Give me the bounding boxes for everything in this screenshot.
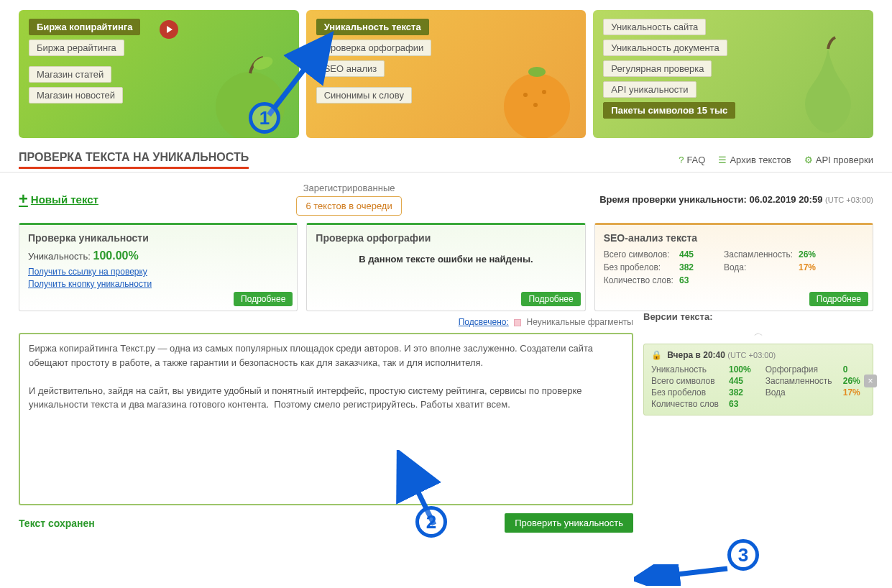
archive-icon: ☰	[718, 155, 727, 165]
more-button[interactable]: Подробнее	[521, 292, 580, 306]
more-button[interactable]: Подробнее	[809, 292, 868, 306]
banner-chip[interactable]: Проверка орфографии	[316, 40, 432, 56]
spellcheck-card: Проверка орфографии В данном тексте ошиб…	[306, 223, 585, 311]
queue-info: Зарегистрированные 6 текстов в очереди	[296, 183, 401, 216]
svg-point-4	[542, 90, 546, 94]
orange-icon	[494, 56, 580, 138]
svg-point-1	[252, 55, 275, 73]
banner-chip[interactable]: Регулярная проверка	[603, 60, 712, 77]
text-editor[interactable]	[19, 333, 633, 505]
faq-link[interactable]: ?FAQ	[679, 155, 705, 165]
saved-label: Текст сохранен	[19, 518, 95, 529]
banner-chip[interactable]: Уникальность документа	[603, 40, 727, 56]
result-cards: Проверка уникальности Уникальность: 100.…	[0, 223, 892, 311]
banner-row: Биржа копирайтинга Биржа рерайтинга Мага…	[0, 0, 892, 145]
get-unique-button-link[interactable]: Получить кнопку уникальности	[28, 279, 288, 289]
highlight-legend: Подсвечено: Неуникальные фрагменты	[19, 311, 633, 333]
subheader: ПРОВЕРКА ТЕКСТА НА УНИКАЛЬНОСТЬ ?FAQ ☰Ар…	[0, 145, 892, 173]
page-title: ПРОВЕРКА ТЕКСТА НА УНИКАЛЬНОСТЬ	[19, 151, 249, 169]
get-check-link[interactable]: Получить ссылку на проверку	[28, 267, 288, 277]
banner-right: Уникальность сайта Уникальность документ…	[593, 10, 873, 138]
close-icon[interactable]: ×	[864, 375, 877, 387]
banner-chip[interactable]: Магазин статей	[29, 66, 111, 83]
versions-title: Версии текста:	[643, 311, 873, 322]
banner-chip[interactable]: API уникальности	[603, 81, 696, 98]
svg-point-5	[533, 103, 538, 107]
banner-chip[interactable]: Уникальность сайта	[603, 19, 706, 35]
gear-icon: ⚙	[804, 155, 813, 165]
highlighted-link[interactable]: Подсвечено:	[459, 317, 509, 327]
more-button[interactable]: Подробнее	[234, 292, 293, 306]
lock-icon: 🔒	[651, 350, 662, 360]
uniqueness-card: Проверка уникальности Уникальность: 100.…	[19, 223, 298, 311]
editor-column: Подсвечено: Неуникальные фрагменты Текст…	[19, 311, 633, 533]
api-link[interactable]: ⚙API проверки	[804, 155, 873, 165]
card-title: Проверка уникальности	[28, 232, 288, 244]
seo-card: SEO-анализ текста Всего символов:445 Без…	[594, 223, 873, 311]
card-title: Проверка орфографии	[316, 232, 576, 244]
card-title: SEO-анализ текста	[604, 232, 864, 244]
check-time: Время проверки уникальности: 06.02.2019 …	[599, 194, 873, 205]
help-icon: ?	[679, 155, 684, 165]
plus-icon: +	[19, 191, 28, 207]
version-card[interactable]: 🔒 Вчера в 20:40 (UTC +03:00) Уникальност…	[643, 344, 873, 415]
svg-point-6	[528, 67, 546, 77]
banner-chip[interactable]: Биржа копирайтинга	[29, 19, 140, 35]
svg-point-3	[523, 93, 528, 97]
swatch-nonunique-icon	[514, 319, 521, 326]
banner-chip-uniqueness[interactable]: Уникальность текста	[316, 19, 429, 35]
apple-icon	[207, 49, 293, 138]
banner-left: Биржа копирайтинга Биржа рерайтинга Мага…	[19, 10, 299, 138]
spellcheck-message: В данном тексте ошибки не найдены.	[316, 254, 576, 265]
new-text-button[interactable]: +Новый текст	[19, 191, 98, 207]
versions-column: Версии текста: ︿ 🔒 Вчера в 20:40 (UTC +0…	[643, 311, 873, 533]
banner-chip[interactable]: Магазин новостей	[29, 87, 123, 104]
queue-status[interactable]: 6 текстов в очереди	[296, 196, 401, 216]
pear-icon	[788, 35, 868, 138]
banner-chip[interactable]: Синонимы к слову	[316, 87, 412, 104]
archive-link[interactable]: ☰Архив текстов	[718, 155, 791, 165]
banner-chip[interactable]: Биржа рерайтинга	[29, 40, 124, 56]
banner-chip[interactable]: SEO анализ	[316, 60, 385, 77]
play-icon[interactable]	[160, 20, 178, 39]
banner-chip[interactable]: Пакеты символов 15 тыс	[603, 102, 735, 119]
check-uniqueness-button[interactable]: Проверить уникальность	[505, 513, 633, 533]
banner-mid: Уникальность текста Проверка орфографии …	[306, 10, 587, 138]
controls-row: +Новый текст Зарегистрированные 6 тексто…	[0, 173, 892, 223]
queue-registered-label: Зарегистрированные	[296, 183, 401, 193]
svg-point-0	[216, 72, 285, 138]
annotation-number-3: 3	[727, 539, 759, 547]
chevron-up-icon[interactable]: ︿	[643, 326, 873, 339]
